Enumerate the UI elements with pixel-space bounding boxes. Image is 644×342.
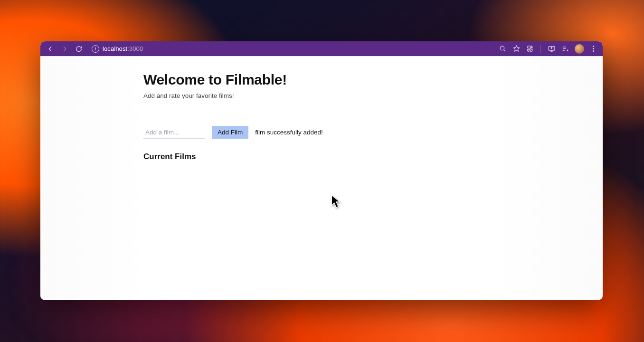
- url-host: localhost: [103, 45, 127, 52]
- back-icon: [47, 45, 54, 53]
- zoom-button[interactable]: [498, 45, 507, 53]
- reload-icon: [75, 45, 83, 53]
- media-control-icon: [561, 45, 569, 53]
- page-content: Welcome to Filmable! Add and rate your f…: [143, 56, 485, 300]
- kebab-dot: [593, 46, 594, 47]
- browser-menu-button[interactable]: [589, 46, 597, 52]
- svg-point-0: [500, 46, 504, 50]
- extensions-button[interactable]: [526, 45, 534, 53]
- kebab-dot: [593, 50, 594, 52]
- page-viewport: Welcome to Filmable! Add and rate your f…: [40, 56, 603, 300]
- viewport-left-shade: [40, 56, 154, 300]
- browser-window: i localhost:3000: [40, 41, 603, 300]
- star-icon: [512, 45, 521, 53]
- site-info-icon[interactable]: i: [92, 45, 99, 53]
- puzzle-icon: [526, 45, 534, 53]
- url-text: localhost:3000: [103, 45, 143, 52]
- screen-share-button[interactable]: [547, 45, 556, 53]
- add-film-button[interactable]: Add Film: [212, 126, 248, 139]
- toolbar-right-icons: [498, 44, 599, 54]
- viewport-right-shade: [489, 56, 603, 300]
- forward-button[interactable]: [58, 43, 71, 55]
- page-subtitle: Add and rate your favorite films!: [143, 92, 485, 99]
- back-button[interactable]: [44, 43, 57, 55]
- browser-toolbar: i localhost:3000: [40, 41, 603, 56]
- reload-button[interactable]: [73, 43, 85, 55]
- status-message: film successfully added!: [255, 129, 323, 136]
- url-port: :3000: [127, 45, 143, 52]
- screen-share-icon: [548, 45, 556, 53]
- profile-avatar[interactable]: [575, 44, 584, 54]
- toolbar-divider: [540, 45, 541, 53]
- kebab-dot: [593, 48, 594, 49]
- bookmark-button[interactable]: [512, 45, 521, 53]
- media-control-button[interactable]: [561, 45, 569, 53]
- page-title: Welcome to Filmable!: [143, 72, 485, 88]
- add-film-row: Add Film film successfully added!: [143, 126, 485, 139]
- address-bar[interactable]: i localhost:3000: [90, 43, 145, 55]
- forward-icon: [61, 45, 68, 53]
- zoom-icon: [499, 45, 507, 53]
- current-films-heading: Current Films: [143, 152, 485, 162]
